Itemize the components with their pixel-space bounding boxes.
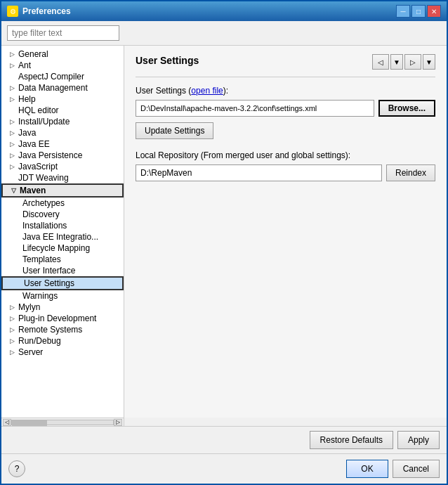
sidebar-item-java-persistence[interactable]: ▷ Java Persistence xyxy=(1,150,124,161)
open-file-link[interactable]: open file xyxy=(191,86,223,96)
user-settings-section: User Settings (open file): Browse... Upd… xyxy=(136,86,435,139)
window-icon: ⚙ xyxy=(7,6,18,17)
sidebar-item-label: General xyxy=(17,49,48,59)
minimize-button[interactable]: ─ xyxy=(396,5,410,18)
expand-icon: ▷ xyxy=(7,150,17,160)
ok-button[interactable]: OK xyxy=(346,460,388,478)
local-repo-section: Local Repository (From merged user and g… xyxy=(136,150,435,181)
sidebar-item-maven[interactable]: ▽ Maven xyxy=(1,183,124,198)
scroll-thumb-track xyxy=(11,420,114,425)
apply-button[interactable]: Apply xyxy=(397,431,440,449)
expand-icon: ▷ xyxy=(7,83,17,93)
window-title: Preferences xyxy=(22,6,71,16)
bottom-action-bar: Restore Defaults Apply xyxy=(1,426,447,453)
sidebar-item-help[interactable]: ▷ Help xyxy=(1,93,124,105)
sidebar-item-label: User Settings xyxy=(22,278,74,288)
sidebar-item-server[interactable]: ▷ Server xyxy=(1,347,124,358)
cancel-button[interactable]: Cancel xyxy=(393,460,440,478)
update-settings-button[interactable]: Update Settings xyxy=(136,122,213,139)
scrollbar-track: ◁ ▷ xyxy=(3,419,122,426)
sidebar-item-label: Discovery xyxy=(21,209,60,219)
title-bar: ⚙ Preferences ─ □ ✕ xyxy=(1,1,447,21)
sidebar: ▷ General ▷ Ant AspectJ Compiler ▷ Data … xyxy=(1,46,124,418)
sidebar-scrollbar[interactable]: ◁ ▷ xyxy=(1,418,124,426)
user-settings-label: User Settings (open file): xyxy=(136,86,435,96)
sidebar-item-label: Help xyxy=(17,94,36,104)
expand-icon: ▽ xyxy=(8,186,18,195)
sidebar-item-install-update[interactable]: ▷ Install/Update xyxy=(1,116,124,127)
local-repo-path-row: Reindex xyxy=(136,164,435,181)
expand-icon: ▷ xyxy=(7,139,17,149)
expand-icon xyxy=(7,105,17,115)
sidebar-item-label: Ant xyxy=(17,60,31,70)
expand-icon: ▷ xyxy=(7,128,17,138)
expand-icon: ▷ xyxy=(7,94,17,104)
sidebar-item-label: Maven xyxy=(18,186,46,195)
sidebar-item-label: JavaScript xyxy=(17,162,58,172)
sidebar-item-user-settings[interactable]: User Settings xyxy=(1,276,124,290)
footer-right: OK Cancel xyxy=(346,460,440,478)
sidebar-item-label: Install/Update xyxy=(17,117,70,127)
sidebar-item-ant[interactable]: ▷ Ant xyxy=(1,60,124,71)
maximize-button[interactable]: □ xyxy=(411,5,426,18)
panel-title: User Settings xyxy=(136,55,199,69)
sidebar-item-remote-systems[interactable]: ▷ Remote Systems xyxy=(1,324,124,335)
sidebar-item-label: Run/Debug xyxy=(17,336,61,346)
scroll-left-button[interactable]: ◁ xyxy=(3,419,11,426)
sidebar-item-label: Java Persistence xyxy=(17,150,82,160)
sidebar-item-label: Data Management xyxy=(17,83,88,93)
user-settings-path-input[interactable] xyxy=(136,100,374,117)
forward-button[interactable]: ▷ xyxy=(404,54,421,70)
sidebar-item-label: Archetypes xyxy=(21,198,65,208)
sidebar-item-java-ee-integration[interactable]: Java EE Integratio... xyxy=(1,231,124,242)
sidebar-item-java-ee[interactable]: ▷ Java EE xyxy=(1,138,124,150)
expand-icon: ▷ xyxy=(7,302,17,312)
nav-forward-dropdown-button[interactable]: ▼ xyxy=(423,54,435,70)
sidebar-item-installations[interactable]: Installations xyxy=(1,220,124,231)
content-divider xyxy=(136,77,435,77)
sidebar-item-label: Installations xyxy=(21,221,67,231)
sidebar-item-discovery[interactable]: Discovery xyxy=(1,209,124,220)
scroll-thumb[interactable] xyxy=(12,420,47,426)
sidebar-item-archetypes[interactable]: Archetypes xyxy=(1,198,124,209)
sidebar-item-label: JDT Weaving xyxy=(17,173,69,183)
back-button[interactable]: ◁ xyxy=(372,54,389,70)
body-area: ▷ General ▷ Ant AspectJ Compiler ▷ Data … xyxy=(1,46,447,418)
sidebar-item-templates[interactable]: Templates xyxy=(1,254,124,265)
sidebar-item-label: Templates xyxy=(21,254,61,264)
expand-icon: ▷ xyxy=(7,117,17,127)
sidebar-item-javascript[interactable]: ▷ JavaScript xyxy=(1,161,124,172)
reindex-button[interactable]: Reindex xyxy=(386,164,435,181)
scroll-right-button[interactable]: ▷ xyxy=(114,419,122,426)
sidebar-item-warnings[interactable]: Warnings xyxy=(1,290,124,302)
sidebar-item-aspectj-compiler[interactable]: AspectJ Compiler xyxy=(1,71,124,82)
restore-defaults-button[interactable]: Restore Defaults xyxy=(310,431,393,449)
sidebar-item-general[interactable]: ▷ General xyxy=(1,48,124,60)
title-bar-left: ⚙ Preferences xyxy=(7,6,71,17)
sidebar-item-hql-editor[interactable]: HQL editor xyxy=(1,105,124,116)
help-button[interactable]: ? xyxy=(8,460,25,477)
sidebar-item-jdt-weaving[interactable]: JDT Weaving xyxy=(1,172,124,183)
expand-icon xyxy=(7,72,17,82)
browse-button[interactable]: Browse... xyxy=(378,100,435,117)
sidebar-item-data-management[interactable]: ▷ Data Management xyxy=(1,82,124,93)
filter-input[interactable] xyxy=(7,25,119,41)
sidebar-item-mylyn[interactable]: ▷ Mylyn xyxy=(1,302,124,313)
sidebar-item-label: Java EE xyxy=(17,139,50,149)
local-repo-path-input[interactable] xyxy=(136,164,382,181)
close-button[interactable]: ✕ xyxy=(427,5,441,18)
sidebar-item-lifecycle-mapping[interactable]: Lifecycle Mapping xyxy=(1,242,124,254)
sidebar-item-user-interface[interactable]: User Interface xyxy=(1,265,124,276)
preferences-window: ⚙ Preferences ─ □ ✕ ▷ General ▷ xyxy=(0,0,448,485)
sidebar-item-label: Server xyxy=(17,347,43,357)
sidebar-item-plugin-development[interactable]: ▷ Plug-in Development xyxy=(1,313,124,324)
sidebar-item-java[interactable]: ▷ Java xyxy=(1,127,124,138)
expand-icon xyxy=(7,173,17,183)
sidebar-item-run-debug[interactable]: ▷ Run/Debug xyxy=(1,335,124,347)
nav-dropdown-button[interactable]: ▼ xyxy=(390,54,403,70)
sidebar-item-label: Mylyn xyxy=(17,302,40,312)
expand-icon: ▷ xyxy=(7,325,17,335)
expand-icon: ▷ xyxy=(7,336,17,346)
sidebar-item-label: Java xyxy=(17,128,36,138)
nav-buttons: ◁ ▼ ▷ ▼ xyxy=(372,54,435,70)
